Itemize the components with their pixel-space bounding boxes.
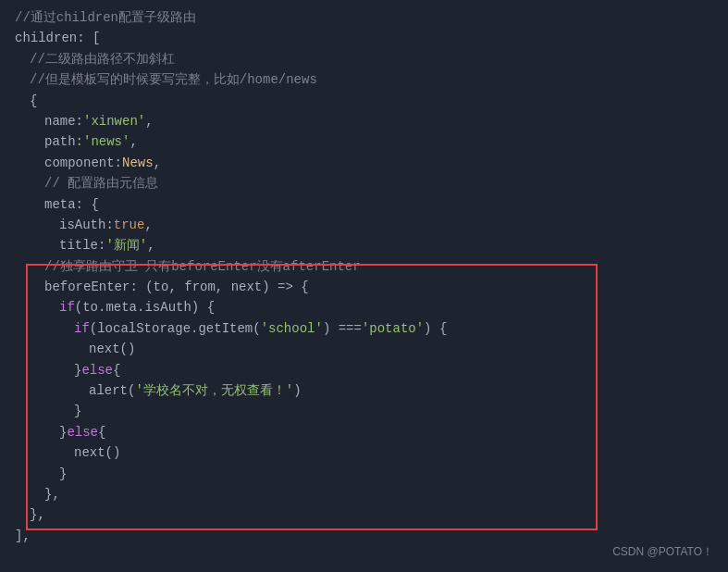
code-token: true (114, 215, 145, 235)
code-token: meta: { (44, 194, 99, 215)
code-token: '新闻' (105, 235, 147, 255)
code-token: (localStorage.getItem( (90, 318, 261, 339)
code-token: isAuth: (59, 215, 114, 235)
watermark: CSDN @POTATO！ (612, 543, 713, 561)
code-token: 'school' (261, 318, 323, 339)
code-token: alert( (89, 380, 135, 401)
code-content: //通过children配置子级路由children: [//二级路由路径不加斜… (0, 7, 728, 546)
code-token: }, (44, 484, 60, 504)
code-token: } (74, 360, 81, 380)
code-line: }, (0, 484, 728, 504)
code-token: '学校名不对，无权查看！' (135, 380, 293, 401)
code-line: //二级路由路径不加斜杠 (0, 49, 728, 69)
code-line: alert('学校名不对，无权查看！') (0, 380, 728, 401)
code-line: if (to.meta.isAuth) { (0, 297, 728, 317)
code-line: //但是模板写的时候要写完整，比如/home/news (0, 69, 728, 90)
code-line: }, (0, 504, 728, 525)
code-token: (to.meta.isAuth) { (75, 297, 215, 317)
code-token: //通过children配置子级路由 (15, 7, 196, 28)
code-token: next() (89, 339, 135, 359)
code-token: , (147, 235, 154, 255)
code-token: , (145, 111, 153, 131)
code-line: } else { (0, 360, 728, 380)
code-line: } else { (0, 422, 728, 442)
code-token: 'news' (83, 131, 130, 152)
code-token: else (81, 360, 113, 380)
code-token: name: (44, 111, 83, 131)
code-line: meta: { (0, 194, 728, 215)
code-line: //通过children配置子级路由 (0, 7, 728, 28)
code-token: ) (293, 380, 301, 401)
code-token: } (74, 401, 81, 421)
code-token: ) { (424, 318, 447, 339)
code-editor: //通过children配置子级路由children: [//二级路由路径不加斜… (0, 0, 728, 572)
code-line: children: [ (0, 28, 728, 48)
code-token: next() (74, 442, 120, 463)
code-line: title: '新闻', (0, 235, 728, 255)
code-token: children: [ (15, 28, 100, 48)
code-token: title: (59, 235, 105, 255)
code-token: component: (44, 153, 122, 173)
code-token: } (59, 464, 67, 484)
code-line: isAuth: true, (0, 215, 728, 235)
code-token: if (59, 297, 75, 317)
code-line: path: 'news', (0, 131, 728, 152)
code-token: // 配置路由元信息 (44, 173, 158, 193)
code-token: } (59, 422, 67, 442)
code-token: , (130, 131, 137, 152)
code-token: { (30, 91, 37, 111)
code-line: // 配置路由元信息 (0, 173, 728, 193)
code-line: } (0, 464, 728, 484)
code-token: }, (30, 504, 45, 525)
code-line: component: News, (0, 153, 728, 173)
code-token: ], (15, 526, 31, 546)
code-line: name: 'xinwen', (0, 111, 728, 131)
code-line: beforeEnter: (to, from, next) => { (0, 277, 728, 297)
code-token: if (74, 318, 90, 339)
code-token: , (144, 215, 152, 235)
code-line: next() (0, 339, 728, 359)
code-token: //二级路由路径不加斜杠 (30, 49, 175, 69)
code-token: //独享路由守卫 只有beforeEnter没有afterEnter (44, 256, 361, 277)
code-token: 'xinwen' (83, 111, 145, 131)
code-token: else (67, 422, 98, 442)
code-token: beforeEnter: (to, from, next) => { (44, 277, 309, 297)
code-line: } (0, 401, 728, 421)
code-token: News (122, 153, 154, 173)
code-token: , (154, 153, 161, 173)
code-token: 'potato' (362, 318, 424, 339)
code-line: //独享路由守卫 只有beforeEnter没有afterEnter (0, 256, 728, 277)
code-line: { (0, 91, 728, 111)
code-token: { (98, 422, 105, 442)
code-line: next() (0, 442, 728, 463)
code-token: //但是模板写的时候要写完整，比如/home/news (30, 69, 317, 90)
code-token: ) === (323, 318, 362, 339)
code-line: if (localStorage.getItem('school') === '… (0, 318, 728, 339)
code-token: { (113, 360, 120, 380)
code-token: path: (44, 131, 83, 152)
